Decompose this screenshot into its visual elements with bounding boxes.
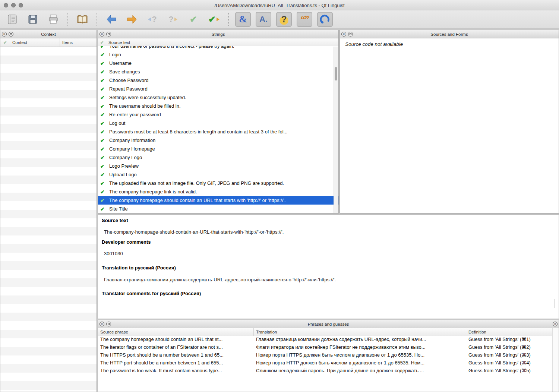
close-panel-icon[interactable]: ✕ (553, 322, 558, 326)
phrase-row[interactable]: The company homepage should contain an U… (98, 335, 553, 343)
toolbar: ? ? ✔ ✔ & A. ? “” (0, 10, 559, 28)
phrase-row[interactable]: The HTTPS port should be a number betwee… (98, 351, 553, 359)
toggle-ending-punctuation-button[interactable]: A. (256, 12, 271, 27)
context-column-header[interactable]: Context (10, 38, 60, 47)
done-check-icon: ✔ (100, 155, 107, 161)
string-row[interactable]: ✔Upload Logo (98, 170, 338, 179)
print-button[interactable] (45, 12, 61, 27)
phrase-row[interactable]: The password is too weak. It must contai… (98, 367, 553, 374)
string-source-text: Passwords must be at least 8 characters … (109, 129, 338, 135)
done-check-icon: ✔ (100, 86, 107, 92)
right-arrow-icon (217, 18, 220, 21)
toggle-accelerators-button[interactable]: & (235, 12, 251, 27)
phrase-source: The iterator flags or container of an FS… (98, 344, 254, 350)
phrase-book-icon (76, 14, 88, 25)
context-column-headers[interactable]: ✔ Context Items (0, 38, 97, 47)
accelerators-icon: & (239, 14, 247, 25)
next-button[interactable] (124, 12, 140, 27)
strings-panel-header: ✕ Strings (98, 30, 338, 38)
phrase-row[interactable]: The iterator flags or container of an FS… (98, 343, 553, 351)
done-check-icon: ✔ (100, 60, 107, 66)
source-text-column-header[interactable]: Source text (106, 38, 338, 47)
phrase-row[interactable]: The HTTP port should be a number between… (98, 359, 553, 367)
done-column-header[interactable]: ✔ (0, 38, 10, 47)
context-panel-title: Context (0, 32, 97, 37)
string-source-text: Upload Logo (109, 172, 338, 177)
done-and-next-alt-button[interactable]: ✔ (206, 12, 222, 27)
definition-column-header[interactable]: Definition (466, 328, 559, 336)
developer-comments-value: 3001030 (104, 251, 123, 256)
toolbar-separator (97, 13, 97, 26)
close-panel-icon[interactable]: ✕ (2, 32, 7, 37)
close-panel-icon[interactable]: ✕ (100, 322, 104, 326)
float-panel-icon[interactable] (348, 32, 353, 37)
string-source-text: Company Homepage (109, 146, 338, 152)
prev-button[interactable] (104, 12, 119, 27)
save-button[interactable] (25, 12, 41, 27)
toggle-phrases-button[interactable] (317, 12, 333, 27)
string-row[interactable]: ✔Passwords must be at least 8 characters… (98, 127, 338, 136)
toggle-phrase-matches-button[interactable]: ? (276, 12, 292, 27)
translator-comments-label: Translator comments for русский (Россия) (102, 291, 201, 296)
prev-unfinished-button[interactable]: ? (145, 12, 160, 27)
next-unfinished-button[interactable]: ? (165, 12, 181, 27)
string-row[interactable]: ✔The company homepage link is not valid. (98, 187, 338, 196)
string-row[interactable]: ✔Repeat Password (98, 85, 338, 93)
string-row[interactable]: ✔Log out (98, 119, 338, 127)
minimize-window-button[interactable] (11, 3, 16, 7)
strings-panel: ✕ Strings ✔ Source text ✔Your username o… (98, 30, 339, 214)
toolbar-separator (67, 13, 68, 26)
open-file-icon (7, 14, 18, 25)
phrase-source: The HTTPS port should be a number betwee… (98, 352, 254, 358)
phrases-swoosh-icon (320, 14, 330, 25)
toggle-place-markers-button[interactable]: “” (297, 12, 312, 27)
string-row[interactable]: ✔Company Logo (98, 153, 338, 162)
strings-vertical-scrollbar[interactable] (334, 47, 338, 213)
phrase-book-button[interactable] (75, 12, 90, 27)
float-panel-icon[interactable] (106, 32, 111, 37)
float-panel-icon[interactable] (9, 32, 13, 37)
string-row[interactable]: ✔Company Homepage (98, 145, 338, 153)
phrases-column-headers[interactable]: Source phrase Translation Definition (98, 328, 559, 336)
string-row[interactable]: ✔The username should be filled in. (98, 102, 338, 110)
string-row[interactable]: ✔Save changes (98, 67, 338, 76)
title-bar[interactable]: /Users/AM/Downloads/ruRU_All_Translation… (0, 0, 559, 11)
float-panel-icon[interactable] (106, 322, 111, 326)
items-column-header[interactable]: Items (60, 38, 97, 47)
string-source-text: Login (109, 52, 338, 57)
translation-column-header[interactable]: Translation (254, 328, 466, 336)
close-window-button[interactable] (4, 3, 8, 7)
string-row[interactable]: ✔Login (98, 50, 338, 59)
string-row[interactable]: ✔Company Information (98, 136, 338, 145)
strings-column-headers[interactable]: ✔ Source text (98, 38, 338, 47)
string-row[interactable]: ✔Logo Preview (98, 162, 338, 170)
string-source-text: Username (109, 60, 338, 66)
close-panel-icon[interactable]: ✕ (100, 32, 104, 37)
string-row[interactable]: ✔Choose Password (98, 76, 338, 85)
string-row[interactable]: ✔Username (98, 59, 338, 67)
string-row[interactable]: ✔The uploaded file was not an image file… (98, 179, 338, 187)
translation-value[interactable]: Главная·страница·компании·должна·содержа… (104, 277, 336, 282)
string-row[interactable]: ✔Your username or password is incorrect … (98, 46, 338, 50)
source-phrase-column-header[interactable]: Source phrase (98, 328, 254, 336)
phrase-translation: Номер порта HTTPS должен быть числом в д… (254, 352, 466, 358)
zoom-window-button[interactable] (19, 3, 23, 7)
done-column-header[interactable]: ✔ (98, 38, 106, 47)
open-file-button[interactable] (4, 12, 20, 27)
strings-list-viewport: ✔Your username or password is incorrect … (98, 46, 338, 213)
translator-comments-input[interactable] (102, 299, 555, 308)
string-source-text: Company Logo (109, 155, 338, 160)
close-panel-icon[interactable]: ✕ (341, 32, 346, 37)
string-row[interactable]: ✔Site Title (98, 205, 338, 213)
string-row[interactable]: ✔The company homepage should contain an … (98, 196, 338, 205)
string-row[interactable]: ✔Re-enter your password (98, 110, 338, 119)
phrases-scrollbar-gutter[interactable] (552, 328, 559, 392)
phrase-source: The HTTP port should be a number between… (98, 360, 254, 366)
string-row[interactable]: ✔Settings were successfully updated. (98, 93, 338, 102)
phrase-translation: Главная страница компании должна содержа… (254, 336, 466, 342)
strings-panel-title: Strings (98, 32, 338, 37)
window-controls (4, 3, 23, 7)
unfinished-icon: ? (168, 15, 173, 24)
done-and-next-button[interactable]: ✔ (186, 12, 201, 27)
scrollbar-thumb[interactable] (335, 67, 337, 80)
